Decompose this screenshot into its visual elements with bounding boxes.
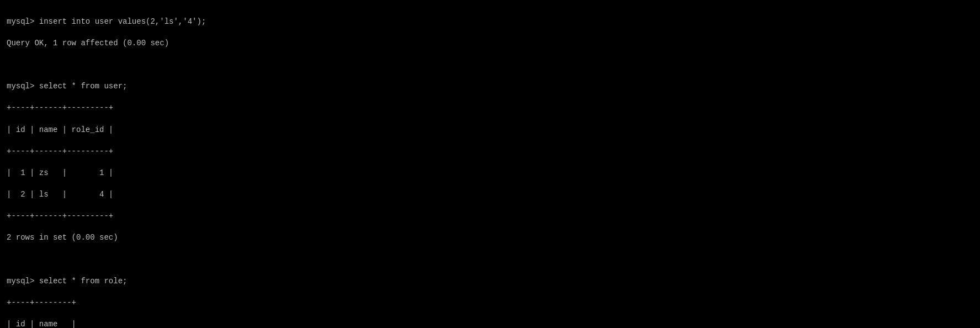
role-table-border1: +----+--------+ — [7, 298, 76, 307]
user-table-row2: | 2 | ls | 4 | — [7, 190, 113, 199]
terminal-window: mysql> insert into user values(2,'ls','4… — [7, 6, 973, 328]
insert-result: Query OK, 1 row affected (0.00 sec) — [7, 39, 169, 47]
user-row-count: 2 rows in set (0.00 sec) — [7, 233, 118, 242]
insert-command: mysql> insert into user values(2,'ls','4… — [7, 17, 206, 26]
user-table-border2: +----+------+---------+ — [7, 147, 113, 156]
user-table-border1: +----+------+---------+ — [7, 103, 113, 112]
select-user-command: mysql> select * from user; — [7, 82, 127, 91]
user-table-row1: | 1 | zs | 1 | — [7, 168, 113, 177]
user-table-header: | id | name | role_id | — [7, 125, 113, 134]
role-table-header: | id | name | — [7, 320, 76, 328]
select-role-command: mysql> select * from role; — [7, 277, 127, 285]
user-table-border3: +----+------+---------+ — [7, 211, 113, 220]
